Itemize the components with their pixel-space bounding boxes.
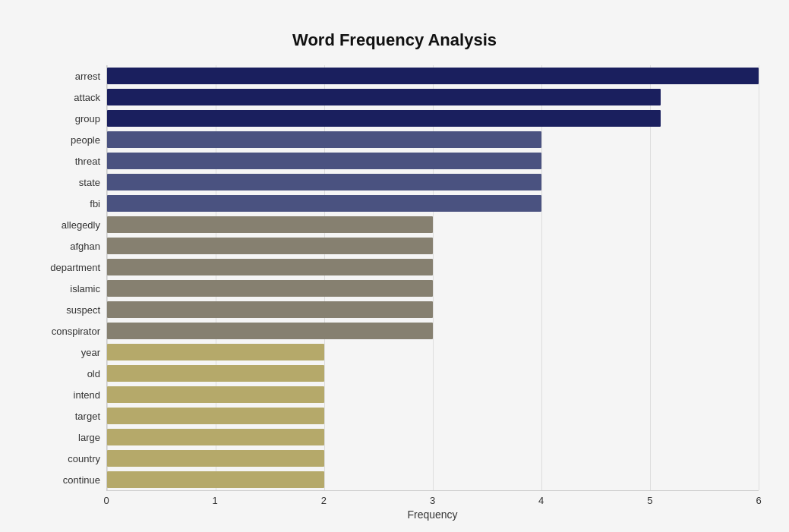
bar bbox=[107, 344, 324, 360]
y-label: islamic bbox=[30, 278, 100, 299]
y-label: target bbox=[30, 406, 100, 427]
y-label: allegedly bbox=[30, 214, 100, 235]
chart-area: arrestattackgrouppeoplethreatstatefbiall… bbox=[30, 65, 759, 491]
bar bbox=[107, 386, 324, 403]
bar bbox=[107, 429, 324, 445]
bar-row bbox=[107, 342, 759, 363]
bar-row bbox=[107, 405, 759, 427]
bar-row bbox=[107, 257, 759, 278]
x-tick: 5 bbox=[647, 495, 652, 506]
bar-row bbox=[107, 384, 759, 405]
bar bbox=[107, 216, 433, 233]
y-labels: arrestattackgrouppeoplethreatstatefbiall… bbox=[30, 65, 106, 491]
y-label: state bbox=[30, 172, 100, 193]
x-tick: 0 bbox=[103, 495, 109, 506]
bar-row bbox=[107, 363, 759, 384]
bar bbox=[107, 450, 324, 467]
grid-line bbox=[759, 65, 759, 490]
y-label: continue bbox=[30, 470, 100, 491]
y-label: group bbox=[30, 108, 100, 129]
y-label: suspect bbox=[30, 300, 100, 321]
bar bbox=[107, 301, 433, 318]
y-label: afghan bbox=[30, 235, 100, 257]
y-label: fbi bbox=[30, 193, 100, 214]
bar bbox=[107, 238, 433, 254]
y-label: threat bbox=[30, 150, 100, 172]
y-label: old bbox=[30, 364, 100, 385]
bar bbox=[107, 471, 324, 488]
bar bbox=[107, 110, 661, 127]
y-label: year bbox=[30, 342, 100, 364]
bar-row bbox=[107, 235, 759, 257]
y-label: intend bbox=[30, 385, 100, 406]
x-axis: 0123456 bbox=[106, 491, 759, 495]
bar-row bbox=[107, 427, 759, 448]
x-tick: 4 bbox=[538, 495, 544, 506]
bar bbox=[107, 131, 541, 148]
bar-row bbox=[107, 150, 759, 172]
bar bbox=[107, 68, 759, 84]
bar-row bbox=[107, 469, 759, 490]
bar-row bbox=[107, 65, 759, 87]
bar bbox=[107, 153, 541, 169]
chart-container: Word Frequency Analysis arrestattackgrou… bbox=[15, 15, 774, 532]
x-tick: 2 bbox=[321, 495, 327, 506]
x-tick: 6 bbox=[756, 495, 761, 506]
y-label: department bbox=[30, 257, 100, 278]
y-label: attack bbox=[30, 87, 100, 108]
y-label: large bbox=[30, 427, 100, 449]
bar bbox=[107, 365, 324, 382]
bar-row bbox=[107, 129, 759, 150]
bar bbox=[107, 89, 661, 105]
bar bbox=[107, 195, 541, 212]
bar-row bbox=[107, 320, 759, 342]
x-axis-label: Frequency bbox=[106, 508, 759, 521]
bar-row bbox=[107, 172, 759, 193]
bar-row bbox=[107, 299, 759, 320]
chart-title: Word Frequency Analysis bbox=[30, 30, 759, 50]
x-tick: 1 bbox=[213, 495, 218, 506]
bars-area bbox=[106, 65, 759, 491]
bar bbox=[107, 323, 433, 339]
bar bbox=[107, 174, 541, 190]
bar-row bbox=[107, 448, 759, 469]
y-label: conspirator bbox=[30, 321, 100, 342]
x-tick: 3 bbox=[430, 495, 435, 506]
y-label: country bbox=[30, 449, 100, 470]
y-label: arrest bbox=[30, 65, 100, 87]
bar-row bbox=[107, 193, 759, 214]
bar-row bbox=[107, 214, 759, 235]
bar-row bbox=[107, 278, 759, 299]
plot-area: arrestattackgrouppeoplethreatstatefbiall… bbox=[30, 65, 759, 491]
bar bbox=[107, 259, 433, 275]
bar-row bbox=[107, 108, 759, 129]
y-label: people bbox=[30, 129, 100, 150]
bar-row bbox=[107, 87, 759, 108]
bar bbox=[107, 280, 433, 297]
bar bbox=[107, 408, 324, 424]
